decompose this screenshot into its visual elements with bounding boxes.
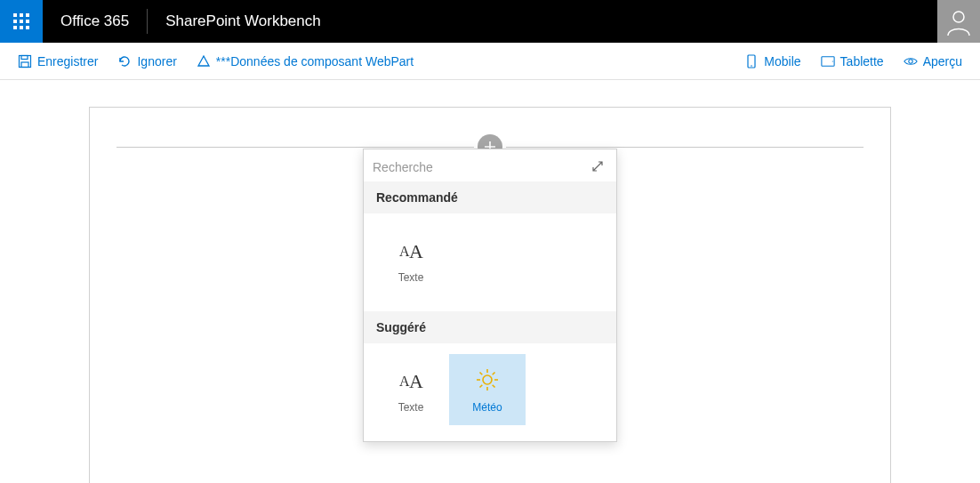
save-label: Enregistrer	[37, 54, 98, 68]
command-bar: Enregistrer Ignorer ***Données de compos…	[0, 43, 980, 80]
tablet-label: Tablette	[840, 54, 884, 68]
mobile-label: Mobile	[764, 54, 800, 68]
webpart-data-button[interactable]: ***Données de composant WebPart	[197, 54, 414, 68]
discard-button[interactable]: Ignorer	[117, 54, 176, 68]
svg-line-18	[480, 373, 483, 375]
svg-line-21	[493, 373, 495, 375]
preview-icon	[904, 54, 918, 68]
svg-point-13	[483, 375, 492, 384]
weather-icon	[475, 366, 500, 394]
triangle-icon	[197, 54, 211, 68]
preview-button[interactable]: Aperçu	[904, 54, 962, 68]
svg-point-5	[751, 65, 753, 67]
featured-grid: AA Texte	[364, 213, 616, 311]
webpart-toolbox: Recommandé AA Texte Suggéré AA	[363, 149, 617, 442]
svg-point-0	[953, 12, 964, 22]
rule-line-left	[116, 147, 474, 148]
suggested-grid: AA Texte	[364, 343, 616, 441]
discard-label: Ignorer	[137, 54, 176, 68]
mobile-icon	[744, 54, 759, 68]
tablet-icon	[821, 54, 835, 68]
expand-icon	[591, 160, 604, 173]
webpart-item-text-suggested[interactable]: AA Texte	[373, 354, 449, 425]
svg-point-8	[908, 59, 912, 62]
text-icon: AA	[397, 366, 425, 394]
app-title: SharePoint Workbench	[148, 12, 339, 30]
undo-icon	[117, 54, 132, 68]
mobile-button[interactable]: Mobile	[744, 54, 800, 68]
webpart-label: Texte	[398, 401, 424, 414]
svg-text:A: A	[409, 240, 423, 262]
svg-rect-3	[21, 62, 28, 68]
canvas: Recommandé AA Texte Suggéré AA	[89, 107, 891, 483]
featured-header: Recommandé	[364, 181, 616, 213]
webpart-item-text-featured[interactable]: AA Texte	[373, 224, 449, 295]
suggested-header: Suggéré	[364, 311, 616, 343]
global-header: Office 365 SharePoint Workbench	[0, 0, 980, 43]
text-icon: AA	[397, 236, 425, 264]
webpart-data-label: ***Données de composant WebPart	[216, 54, 414, 68]
brand-label: Office 365	[43, 12, 147, 30]
canvas-wrapper: Recommandé AA Texte Suggéré AA	[0, 80, 980, 483]
webpart-label: Texte	[398, 271, 424, 284]
svg-line-19	[493, 385, 495, 388]
save-icon	[18, 54, 32, 68]
waffle-icon	[13, 13, 29, 29]
svg-rect-2	[21, 55, 28, 59]
rule-line-right	[506, 147, 864, 148]
search-input[interactable]	[371, 157, 590, 178]
expand-button[interactable]	[590, 158, 606, 177]
section-add-bar: Recommandé AA Texte Suggéré AA	[116, 134, 864, 159]
person-icon	[944, 7, 973, 36]
app-launcher-button[interactable]	[0, 0, 43, 43]
webpart-item-weather[interactable]: Météo	[449, 354, 526, 425]
svg-text:A: A	[409, 370, 423, 391]
svg-point-7	[831, 60, 832, 61]
user-avatar[interactable]	[937, 0, 980, 43]
save-button[interactable]: Enregistrer	[18, 54, 98, 68]
webpart-label: Météo	[472, 401, 502, 414]
preview-label: Aperçu	[923, 54, 962, 68]
tablet-button[interactable]: Tablette	[821, 54, 884, 68]
svg-line-20	[480, 385, 483, 388]
